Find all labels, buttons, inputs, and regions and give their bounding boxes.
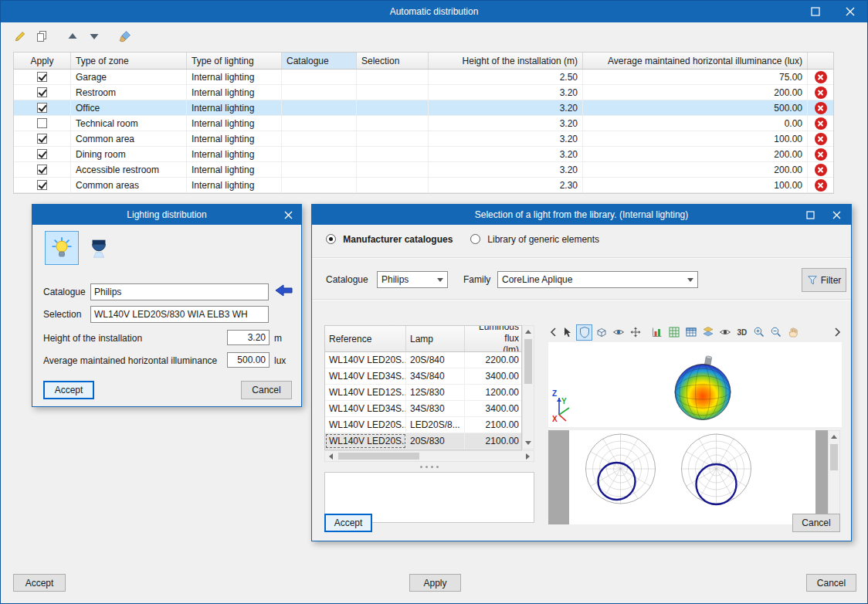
select-tool-button[interactable] bbox=[559, 324, 575, 341]
clean-button[interactable] bbox=[115, 27, 135, 46]
header-reference[interactable]: Reference bbox=[325, 326, 406, 351]
internal-lighting-mode-button[interactable] bbox=[45, 231, 79, 265]
polar-view-vscrollbar[interactable] bbox=[828, 430, 840, 524]
apply-cell[interactable] bbox=[14, 100, 71, 115]
apply-checkbox[interactable] bbox=[37, 180, 47, 190]
toolbar-scroll-right-button[interactable] bbox=[832, 324, 842, 341]
catalogue-input[interactable]: Philips bbox=[90, 283, 269, 300]
apply-cell[interactable] bbox=[14, 162, 71, 177]
library-accept-button[interactable]: Accept bbox=[324, 514, 372, 532]
delete-row-button[interactable] bbox=[808, 100, 833, 115]
header-apply[interactable]: Apply bbox=[14, 53, 71, 69]
apply-checkbox[interactable] bbox=[37, 72, 47, 82]
edit-button[interactable] bbox=[10, 27, 30, 46]
apply-cell[interactable] bbox=[14, 147, 71, 161]
pan-hand-button[interactable] bbox=[785, 324, 801, 341]
header-illuminance[interactable]: Average maintained horizontal illuminanc… bbox=[583, 53, 808, 69]
delete-row-button[interactable] bbox=[808, 147, 833, 161]
radio-generic-library[interactable]: Library of generic elements bbox=[470, 234, 599, 245]
table-row[interactable]: Common areasInternal lighting2.30100.00 bbox=[14, 178, 833, 193]
library-close-button[interactable] bbox=[823, 205, 849, 225]
apply-checkbox[interactable] bbox=[37, 87, 47, 97]
apply-checkbox[interactable] bbox=[37, 149, 47, 159]
header-selection[interactable]: Selection bbox=[357, 53, 429, 69]
delete-row-button[interactable] bbox=[808, 178, 833, 192]
delete-row-button[interactable] bbox=[808, 85, 833, 100]
family-select[interactable]: CoreLine Aplique bbox=[497, 271, 698, 288]
radio-manufacturer-catalogues[interactable]: Manufacturer catalogues bbox=[326, 234, 453, 245]
show-hide-button[interactable] bbox=[717, 324, 733, 341]
scrollbar-thumb[interactable] bbox=[830, 444, 838, 470]
reference-table-hscrollbar[interactable] bbox=[324, 450, 534, 462]
apply-cell[interactable] bbox=[14, 131, 71, 146]
chart-view-button[interactable] bbox=[649, 324, 665, 341]
delete-row-button[interactable] bbox=[808, 70, 833, 84]
table-row[interactable]: Common areaInternal lighting3.20100.00 bbox=[14, 131, 833, 147]
rotate-3d-button[interactable] bbox=[593, 324, 609, 341]
reference-table-vscrollbar[interactable] bbox=[522, 325, 534, 450]
apply-cell[interactable] bbox=[14, 116, 71, 131]
table-row[interactable]: GarageInternal lighting2.5075.00 bbox=[14, 70, 833, 85]
delete-row-button[interactable] bbox=[808, 116, 833, 131]
list-item[interactable]: WL140V LED34S...34S/8403400.00 bbox=[325, 368, 521, 385]
illuminance-input[interactable]: 500.00 bbox=[227, 352, 270, 368]
move-down-button[interactable] bbox=[84, 27, 104, 46]
table-row[interactable]: Technical roomInternal lighting3.200.00 bbox=[14, 116, 833, 131]
splitter-handle[interactable] bbox=[420, 466, 422, 468]
header-lamp[interactable]: Lamp bbox=[406, 326, 465, 351]
header-type-of-zone[interactable]: Type of zone bbox=[71, 53, 187, 69]
photometric-3d-view[interactable]: Z Y X bbox=[548, 342, 842, 427]
layers-button[interactable] bbox=[700, 324, 716, 341]
catalogue-select[interactable]: Philips bbox=[377, 271, 448, 288]
main-accept-button[interactable]: Accept bbox=[13, 574, 66, 592]
list-item[interactable]: WL140V LED20S...20S/8402200.00 bbox=[325, 352, 521, 368]
header-luminous-flux[interactable]: Luminous flux (lm) bbox=[465, 326, 523, 351]
lighting-accept-button[interactable]: Accept bbox=[43, 381, 94, 399]
height-input[interactable]: 3.20 bbox=[227, 330, 270, 345]
apply-cell[interactable] bbox=[14, 85, 71, 100]
apply-cell[interactable] bbox=[14, 178, 71, 192]
header-height[interactable]: Height of the installation (m) bbox=[429, 53, 583, 69]
shield-view-button[interactable] bbox=[576, 324, 592, 341]
toolbar-scroll-left-button[interactable] bbox=[548, 324, 558, 341]
table-row[interactable]: Accessible restroomInternal lighting3.20… bbox=[14, 162, 833, 178]
scrollbar-thumb[interactable] bbox=[524, 339, 532, 384]
pan-view-button[interactable] bbox=[627, 324, 643, 341]
main-apply-button[interactable]: Apply bbox=[409, 574, 461, 592]
lighting-dialog-close-button[interactable] bbox=[275, 205, 301, 225]
selection-input[interactable]: WL140V LED20S/830 WIA ELB3 WH bbox=[90, 306, 269, 323]
delete-row-button[interactable] bbox=[808, 162, 833, 177]
filter-button[interactable]: Filter bbox=[802, 268, 846, 292]
list-item[interactable]: WL140V LED12S...12S/8301200.00 bbox=[325, 385, 521, 401]
close-button[interactable] bbox=[832, 1, 867, 22]
apply-cell[interactable] bbox=[14, 70, 71, 84]
delete-row-button[interactable] bbox=[808, 131, 833, 146]
pick-from-library-button[interactable] bbox=[275, 282, 293, 301]
polar-diagram-view[interactable] bbox=[548, 430, 828, 524]
apply-checkbox[interactable] bbox=[37, 134, 47, 144]
table-row[interactable]: RestroomInternal lighting3.20200.00 bbox=[14, 85, 833, 100]
apply-checkbox[interactable] bbox=[37, 118, 47, 128]
apply-checkbox[interactable] bbox=[37, 165, 47, 175]
zoom-out-button[interactable] bbox=[768, 324, 784, 341]
apply-checkbox[interactable] bbox=[37, 103, 47, 113]
table-row[interactable]: OfficeInternal lighting3.20500.00 bbox=[14, 100, 833, 116]
header-type-of-lighting[interactable]: Type of lighting bbox=[187, 53, 282, 69]
visibility-button[interactable] bbox=[610, 324, 626, 341]
table-view-button[interactable] bbox=[683, 324, 699, 341]
list-item[interactable]: WL140V LED20S...20S/8302100.00 bbox=[325, 433, 521, 450]
copy-button[interactable] bbox=[32, 27, 52, 46]
library-cancel-button[interactable]: Cancel bbox=[792, 514, 840, 532]
move-up-button[interactable] bbox=[63, 27, 83, 46]
list-item[interactable]: WL140V LED34S...34S/8303400.00 bbox=[325, 401, 521, 417]
library-maximize-button[interactable] bbox=[797, 205, 823, 225]
maximize-button[interactable] bbox=[798, 1, 832, 22]
three-d-mode-button[interactable]: 3D bbox=[734, 324, 750, 341]
lighting-cancel-button[interactable]: Cancel bbox=[241, 381, 292, 399]
header-catalogue[interactable]: Catalogue bbox=[282, 53, 357, 69]
list-item[interactable]: WL140V LED20S...LED20S/8...2100.00 bbox=[325, 417, 521, 433]
table-row[interactable]: Dining roomInternal lighting3.20200.00 bbox=[14, 147, 833, 162]
zoom-in-button[interactable] bbox=[751, 324, 767, 341]
main-cancel-button[interactable]: Cancel bbox=[806, 574, 856, 592]
scrollbar-thumb[interactable] bbox=[338, 453, 419, 460]
